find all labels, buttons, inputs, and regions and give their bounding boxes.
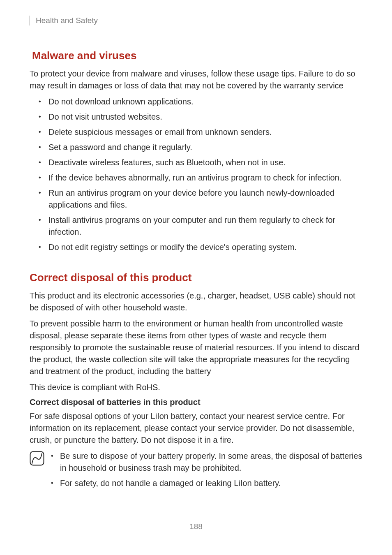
list-item: Do not visit untrusted websites. (30, 111, 362, 123)
page-number: 188 (0, 522, 392, 531)
note-bullet-list: Be sure to dispose of your battery prope… (49, 450, 362, 493)
list-item: Do not edit registry settings or modify … (30, 241, 362, 253)
list-item: If the device behaves abnormally, run an… (30, 172, 362, 184)
note-block: Be sure to dispose of your battery prope… (30, 450, 362, 493)
list-item: Deactivate wireless features, such as Bl… (30, 157, 362, 169)
breadcrumb-text: Health and Safety (36, 16, 98, 25)
disposal-paragraph-2: To prevent possible harm to the environm… (30, 318, 362, 377)
malware-bullet-list: Do not download unknown applications. Do… (30, 96, 362, 253)
list-item: Run an antivirus program on your device … (30, 187, 362, 211)
disposal-paragraph-4: For safe disposal options of your LiIon … (30, 410, 362, 446)
list-item: Set a password and change it regularly. (30, 141, 362, 153)
section-title-malware: Malware and viruses (32, 49, 362, 62)
list-item: Delete suspicious messages or email from… (30, 126, 362, 138)
section-intro-malware: To protect your device from malware and … (30, 68, 362, 92)
list-item: For safety, do not handle a damaged or l… (49, 477, 362, 489)
disposal-subheading: Correct disposal of batteries in this pr… (30, 398, 362, 407)
breadcrumb: Health and Safety (30, 16, 362, 25)
list-item: Install antivirus programs on your compu… (30, 214, 362, 238)
list-item: Do not download unknown applications. (30, 96, 362, 108)
disposal-paragraph-1: This product and its electronic accessor… (30, 290, 362, 314)
note-icon (30, 451, 44, 466)
disposal-paragraph-3: This device is compliant with RoHS. (30, 382, 362, 393)
list-item: Be sure to dispose of your battery prope… (49, 450, 362, 474)
section-title-disposal: Correct disposal of this product (30, 271, 362, 284)
